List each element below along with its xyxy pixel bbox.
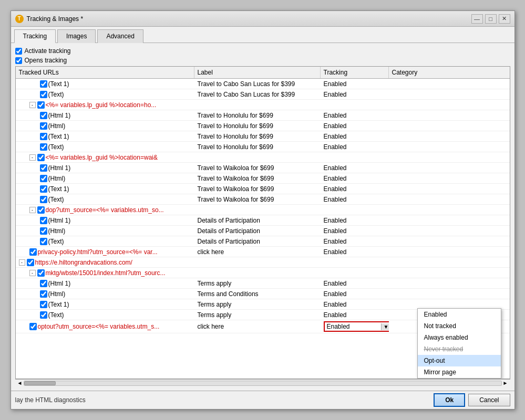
row-checkbox[interactable] — [40, 290, 47, 298]
row-checkbox[interactable] — [29, 248, 37, 256]
url-text: optout?utm_source=<%= variables.utm_s... — [38, 323, 160, 330]
row-checkbox[interactable] — [27, 259, 34, 266]
status-hint: lay the HTML diagnostics — [15, 396, 431, 404]
row-checkbox[interactable] — [40, 122, 47, 130]
title-bar-buttons: — □ ✕ — [471, 14, 510, 24]
url-text: <%= variables.lp_guid %>location=ho... — [46, 101, 157, 109]
table-row: (Html 1)Terms applyEnabled — [16, 278, 510, 289]
table-row: (Text)Travel to Cabo San Lucas for $399E… — [16, 89, 510, 100]
hscroll-thumb[interactable] — [24, 381, 56, 385]
dropdown-item-opt-out[interactable]: Opt-out — [418, 355, 501, 366]
hscroll-left-btn[interactable]: ◄ — [16, 380, 24, 386]
tracking-cell: Enabled — [321, 132, 389, 141]
activate-tracking-label: Activate tracking — [25, 47, 71, 55]
label-cell: click here — [194, 247, 321, 257]
row-checkbox[interactable] — [40, 185, 47, 193]
close-button[interactable]: ✕ — [499, 14, 510, 24]
category-cell — [389, 209, 452, 211]
row-checkbox[interactable] — [40, 227, 47, 235]
tracking-cell: Enabled — [321, 142, 389, 152]
collapse-button[interactable]: - — [29, 270, 36, 276]
row-checkbox[interactable] — [40, 311, 47, 319]
row-checkbox[interactable] — [40, 196, 47, 203]
cancel-button[interactable]: Cancel — [468, 394, 510, 406]
tracking-dropdown-menu[interactable]: Enabled Not tracked Always enabled Never… — [417, 308, 501, 379]
row-checkbox[interactable] — [40, 280, 47, 287]
table-row: -mktg/wbste/15001/index.html?utm_sourc..… — [16, 268, 510, 278]
ok-button[interactable]: Ok — [434, 393, 465, 407]
url-text: (Text) — [48, 238, 64, 245]
activate-tracking-checkbox[interactable] — [15, 48, 22, 55]
url-text: mktg/wbste/15001/index.html?utm_sourc... — [46, 269, 166, 277]
tab-content: Activate tracking Opens tracking Tracked… — [11, 43, 514, 391]
table-row: (Html 1)Travel to Waikoloa for $699Enabl… — [16, 163, 510, 173]
dropdown-item-always-enabled[interactable]: Always enabled — [418, 332, 501, 343]
tab-bar: Tracking Images Advanced — [11, 27, 514, 43]
minimize-button[interactable]: — — [471, 14, 483, 24]
opens-tracking-label: Opens tracking — [25, 57, 67, 64]
tracking-cell: Enabled — [321, 226, 389, 236]
collapse-button[interactable]: - — [29, 102, 36, 108]
category-cell — [389, 251, 452, 253]
url-text: (Html) — [48, 290, 66, 298]
url-text: (Html) — [48, 175, 66, 182]
row-checkbox[interactable] — [37, 206, 45, 214]
tracking-cell: Enabled — [321, 279, 389, 288]
tracking-dropdown-arrow[interactable]: ▼ — [381, 323, 389, 330]
table-row: (Html)Details of ParticipationEnabled — [16, 226, 510, 236]
hscroll-right-btn[interactable]: ► — [502, 380, 509, 386]
tab-images[interactable]: Images — [57, 29, 96, 43]
url-text: (Text 1) — [48, 301, 69, 308]
dropdown-item-mirror-page[interactable]: Mirror page — [418, 366, 501, 378]
row-checkbox[interactable] — [40, 175, 47, 182]
category-cell — [389, 261, 452, 264]
row-checkbox[interactable] — [40, 301, 47, 308]
tracking-cell: Enabled — [321, 216, 389, 225]
row-checkbox[interactable] — [29, 323, 37, 330]
row-checkbox[interactable] — [40, 112, 47, 119]
dropdown-item-not-tracked[interactable]: Not tracked — [418, 320, 501, 332]
url-text: privacy-policy.html?utm_source=<%= var..… — [38, 248, 158, 256]
table-row: (Text)Travel to Honolulu for $699Enabled — [16, 142, 510, 152]
row-checkbox[interactable] — [40, 164, 47, 172]
row-checkbox[interactable] — [37, 154, 45, 161]
table-row: -https://e.hiltongrandvacations.com/ — [16, 257, 510, 268]
url-text: (Html) — [48, 227, 66, 235]
category-cell — [389, 93, 452, 96]
url-text: (Text 1) — [48, 80, 69, 88]
opens-tracking-checkbox[interactable] — [15, 57, 22, 64]
row-checkbox[interactable] — [40, 91, 47, 98]
dropdown-item-never-tracked[interactable]: Never tracked — [418, 343, 501, 355]
row-checkbox[interactable] — [40, 217, 47, 224]
tracking-select[interactable]: Enabled▼ — [324, 321, 389, 332]
collapse-button[interactable]: - — [29, 207, 36, 213]
row-checkbox[interactable] — [40, 143, 47, 151]
row-checkbox[interactable] — [37, 269, 45, 277]
tracking-cell — [321, 104, 389, 106]
col-header-tracking: Tracking — [321, 67, 389, 78]
tracking-cell: Enabled — [321, 79, 389, 89]
url-table: Tracked URLs Label Tracking Category (Te… — [15, 66, 510, 379]
collapse-button[interactable]: - — [19, 259, 25, 266]
dropdown-item-enabled[interactable]: Enabled — [418, 309, 501, 320]
table-body: (Text 1)Travel to Cabo San Lucas for $39… — [16, 79, 510, 333]
maximize-button[interactable]: □ — [485, 14, 497, 24]
category-cell — [389, 177, 452, 180]
collapse-button[interactable]: - — [29, 154, 36, 161]
label-cell: Travel to Honolulu for $699 — [194, 111, 321, 120]
category-cell — [389, 188, 452, 190]
url-text: (Html 1) — [48, 217, 71, 224]
row-checkbox[interactable] — [40, 80, 47, 88]
col-header-url: Tracked URLs — [16, 67, 194, 78]
tracking-cell: Enabled — [321, 300, 389, 309]
tab-tracking[interactable]: Tracking — [14, 29, 56, 43]
row-checkbox[interactable] — [37, 101, 45, 109]
hscroll-track — [24, 381, 502, 386]
horizontal-scrollbar[interactable]: ◄ ► — [15, 379, 510, 386]
tracking-cell — [321, 156, 389, 159]
row-checkbox[interactable] — [40, 238, 47, 245]
row-checkbox[interactable] — [40, 133, 47, 140]
table-row: privacy-policy.html?utm_source=<%= var..… — [16, 247, 510, 257]
tab-advanced[interactable]: Advanced — [97, 29, 143, 43]
tracking-cell — [321, 272, 389, 274]
